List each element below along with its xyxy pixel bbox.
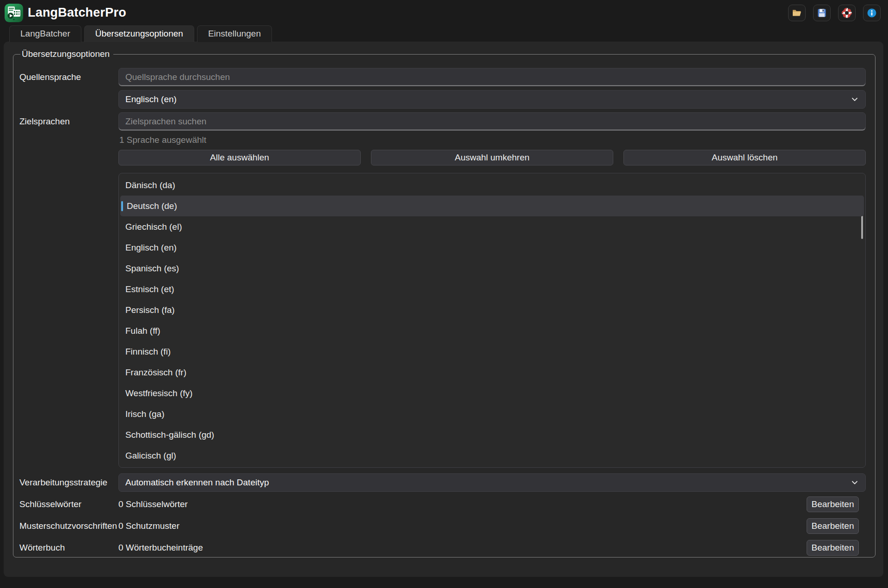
lifebuoy-icon bbox=[842, 8, 852, 18]
list-item-label: Persisch (fa) bbox=[125, 305, 175, 315]
clear-selection-button[interactable]: Auswahl löschen bbox=[623, 150, 866, 165]
list-item[interactable]: Estnisch (et) bbox=[119, 279, 865, 300]
selection-buttons: Alle auswählen Auswahl umkehren Auswahl … bbox=[118, 150, 866, 165]
list-item[interactable]: Galicisch (gl) bbox=[119, 445, 865, 466]
list-item[interactable]: Französisch (fr) bbox=[119, 362, 865, 383]
edit-dictionary-button[interactable]: Bearbeiten bbox=[807, 540, 859, 556]
translation-options-groupbox: Übersetzungsoptionen Quellensprache Engl… bbox=[13, 49, 876, 557]
list-item-label: Galicisch (gl) bbox=[125, 451, 176, 460]
chevron-down-icon bbox=[851, 95, 859, 104]
protection-patterns-label: Musterschutzvorschriften bbox=[19, 517, 118, 535]
target-languages-label: Zielsprachen bbox=[19, 112, 118, 131]
processing-strategy-dropdown[interactable]: Automatisch erkennen nach Dateityp bbox=[118, 473, 866, 492]
edit-patterns-button[interactable]: Bearbeiten bbox=[807, 518, 859, 534]
list-item[interactable]: Finnisch (fi) bbox=[119, 341, 865, 362]
selection-indicator-bar bbox=[121, 201, 123, 211]
list-item[interactable]: Schottisch-gälisch (gd) bbox=[119, 424, 865, 445]
list-item-label: Fulah (ff) bbox=[125, 326, 160, 336]
app-logo-icon bbox=[5, 4, 23, 22]
keywords-count: 0 Schlüsselwörter bbox=[118, 499, 807, 509]
list-item-label: Schottisch-gälisch (gd) bbox=[125, 430, 214, 440]
selection-count-status: 1 Sprache ausgewählt bbox=[119, 135, 866, 145]
list-item-label: Westfriesisch (fy) bbox=[125, 388, 192, 398]
chevron-down-icon bbox=[851, 478, 859, 487]
dictionary-label: Wörterbuch bbox=[19, 539, 118, 557]
list-item[interactable]: Englisch (en) bbox=[119, 237, 865, 258]
save-icon bbox=[817, 8, 827, 18]
list-item-label: Griechisch (el) bbox=[125, 222, 182, 232]
open-file-button[interactable] bbox=[788, 5, 806, 21]
source-language-selected-value: Englisch (en) bbox=[125, 94, 851, 104]
list-item-label: Spanisch (es) bbox=[125, 263, 179, 273]
source-language-dropdown[interactable]: Englisch (en) bbox=[118, 90, 866, 109]
dictionary-count: 0 Wörterbucheinträge bbox=[118, 543, 807, 553]
list-item-label: Englisch (en) bbox=[125, 243, 177, 252]
list-item-label: Dänisch (da) bbox=[125, 180, 175, 190]
list-item[interactable]: Fulah (ff) bbox=[119, 320, 865, 341]
list-item[interactable]: Griechisch (el) bbox=[119, 216, 865, 237]
list-item[interactable]: Dänisch (da) bbox=[119, 175, 865, 196]
app-title: LangBatcherPro bbox=[28, 6, 126, 20]
titlebar-buttons bbox=[788, 5, 881, 21]
protection-patterns-count: 0 Schutzmuster bbox=[118, 521, 807, 531]
tab-langbatcher[interactable]: LangBatcher bbox=[9, 25, 81, 42]
folder-icon bbox=[792, 8, 802, 18]
processing-strategy-label: Verarbeitungsstrategie bbox=[19, 473, 118, 492]
save-button[interactable] bbox=[813, 5, 831, 21]
list-item[interactable]: Persisch (fa) bbox=[119, 300, 865, 320]
translation-options-panel: Übersetzungsoptionen Quellensprache Engl… bbox=[4, 42, 883, 577]
processing-strategy-selected-value: Automatisch erkennen nach Dateityp bbox=[125, 478, 851, 488]
source-language-label: Quellensprache bbox=[19, 68, 118, 86]
list-item[interactable]: Deutsch (de) bbox=[120, 196, 864, 216]
list-item[interactable]: Westfriesisch (fy) bbox=[119, 383, 865, 404]
target-languages-search-input[interactable] bbox=[118, 112, 866, 131]
titlebar: LangBatcherPro bbox=[0, 0, 888, 25]
list-item[interactable]: Spanisch (es) bbox=[119, 258, 865, 279]
tab-einstellungen[interactable]: Einstellungen bbox=[197, 25, 272, 42]
info-icon bbox=[867, 8, 877, 18]
invert-selection-button[interactable]: Auswahl umkehren bbox=[371, 150, 613, 165]
target-language-list: Dänisch (da)Deutsch (de)Griechisch (el)E… bbox=[118, 173, 866, 468]
tab-bar: LangBatcher Übersetzungsoptionen Einstel… bbox=[9, 25, 272, 42]
list-item-label: Estnisch (et) bbox=[125, 284, 174, 294]
list-item-label: Französisch (fr) bbox=[125, 368, 186, 377]
source-language-search-input[interactable] bbox=[118, 68, 866, 86]
help-button[interactable] bbox=[838, 5, 856, 21]
groupbox-title: Übersetzungsoptionen bbox=[20, 49, 113, 59]
tab-uebersetzungsoptionen[interactable]: Übersetzungsoptionen bbox=[84, 25, 194, 42]
info-button[interactable] bbox=[863, 5, 881, 21]
keywords-label: Schlüsselwörter bbox=[19, 495, 118, 514]
edit-keywords-button[interactable]: Bearbeiten bbox=[807, 496, 859, 512]
select-all-button[interactable]: Alle auswählen bbox=[118, 150, 361, 165]
list-item-label: Deutsch (de) bbox=[127, 201, 177, 211]
list-item-label: Irisch (ga) bbox=[125, 409, 164, 419]
list-item-label: Finnisch (fi) bbox=[125, 347, 171, 356]
list-item[interactable]: Irisch (ga) bbox=[119, 404, 865, 424]
